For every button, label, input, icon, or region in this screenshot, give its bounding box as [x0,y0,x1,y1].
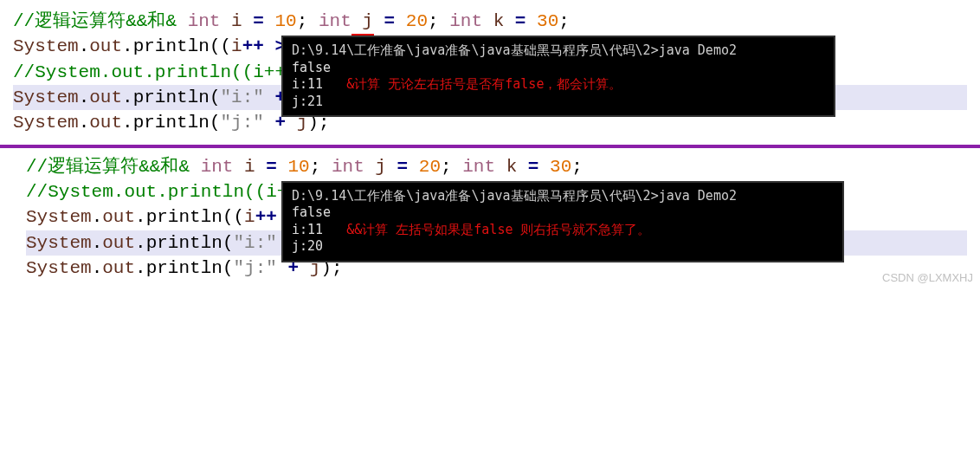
number-literal: 30 [550,157,571,177]
punct: (( [210,36,231,56]
type-keyword: int [201,157,234,177]
obj: out [102,258,135,278]
punct: . [135,233,146,253]
punct: ; [428,11,439,31]
operator: = [266,157,277,177]
console-line: i:11 [292,76,323,92]
punct: ( [222,233,234,253]
console-output-top: D:\9.14\工作准备\java准备\java基础黑马程序员\代码\2>jav… [281,36,835,117]
punct: ; [297,11,308,31]
type-keyword: int [188,11,221,31]
code-line: int k = 30; [462,157,583,177]
console-note: &&计算 左括号如果是false 则右括号就不急算了。 [346,222,650,237]
operator: = [253,11,264,31]
var: i [244,207,255,227]
punct: ; [310,157,321,177]
code-line: //逻辑运算符&&和& [13,11,177,31]
var-name: j [362,11,373,31]
comment: //逻辑运算符&&和& [26,157,190,177]
number-literal: 30 [537,11,558,31]
punct: ; [571,157,583,177]
var: i [231,36,242,56]
number-literal: 10 [287,157,309,177]
operator: = [528,157,539,177]
operator: = [397,157,409,177]
method: println [133,113,210,133]
method: println [133,87,210,107]
type-keyword: int [462,157,495,177]
punct: . [92,258,103,278]
operator: = [515,11,526,31]
code-section-top: D:\9.14\工作准备\java准备\java基础黑马程序员\代码\2>jav… [0,4,980,143]
punct: . [122,113,133,133]
method: println [146,258,222,278]
punct: (( [222,207,244,227]
var-name: i [231,11,242,31]
punct: ; [558,11,570,31]
comment: //逻辑运算符&&和& [13,11,177,31]
string-literal: "j:" [233,258,276,278]
type-keyword: int [449,11,482,31]
obj: System [13,87,79,107]
section-separator [0,145,980,148]
string-literal: "i:" [233,233,276,253]
obj: System [13,36,79,56]
obj: System [13,113,79,133]
punct: ( [210,87,221,107]
punct: . [92,207,103,227]
obj: System [26,258,92,278]
method: println [146,207,222,227]
punct: ; [441,157,452,177]
code-line: int i = 10; [188,11,308,31]
watermark: CSDN @LXMXHJ [882,271,973,284]
console-line: false [292,204,834,222]
console-cmd: D:\9.14\工作准备\java准备\java基础黑马程序员\代码\2>jav… [292,42,825,60]
method: println [133,36,210,56]
number-literal: 20 [406,11,428,31]
console-line: j:21 [292,94,825,111]
type-keyword: int [319,11,351,31]
type-keyword: int [332,157,364,177]
operator: = [384,11,396,31]
code-line: int j = 20; [319,11,439,31]
punct: . [79,113,90,133]
punct: . [122,36,133,56]
code-line: //逻辑运算符&&和& [26,157,190,177]
var-name: i [244,157,255,177]
console-cmd: D:\9.14\工作准备\java准备\java基础黑马程序员\代码\2>jav… [292,188,834,205]
console-output-bottom: D:\9.14\工作准备\java准备\java基础黑马程序员\代码\2>jav… [281,181,844,262]
string-literal: "j:" [220,113,263,133]
method: println [146,233,222,253]
punct: ( [222,258,234,278]
punct: . [135,258,146,278]
code-line: int i = 10; [201,157,321,177]
console-line: j:20 [292,238,834,256]
obj: out [102,207,135,227]
obj: out [89,87,122,107]
obj: out [102,233,135,253]
console-note: &计算 无论左右括号是否有false，都会计算。 [346,76,622,92]
code-line: int j = 20; [332,157,452,177]
code-line: int k = 30; [449,11,570,31]
var-name: j [375,157,386,177]
punct: . [79,36,90,56]
punct: . [79,87,90,107]
punct: . [92,233,103,253]
string-literal: "i:" [220,87,263,107]
var-name: k [506,157,518,177]
console-row: i:11 &&计算 左括号如果是false 则右括号就不急算了。 [292,222,834,239]
punct: . [122,87,133,107]
obj: System [26,233,92,253]
code-section-bottom: D:\9.14\工作准备\java准备\java基础黑马程序员\代码\2>jav… [0,150,980,288]
console-row: i:11 &计算 无论左右括号是否有false，都会计算。 [292,76,825,94]
console-line: i:11 [292,222,323,237]
number-literal: 20 [419,157,441,177]
obj: System [26,207,92,227]
obj: out [89,113,122,133]
var-name: k [493,11,505,31]
obj: out [89,36,122,56]
punct: ( [210,113,221,133]
punct: . [135,207,146,227]
console-line: false [292,60,825,77]
number-literal: 10 [274,11,296,31]
